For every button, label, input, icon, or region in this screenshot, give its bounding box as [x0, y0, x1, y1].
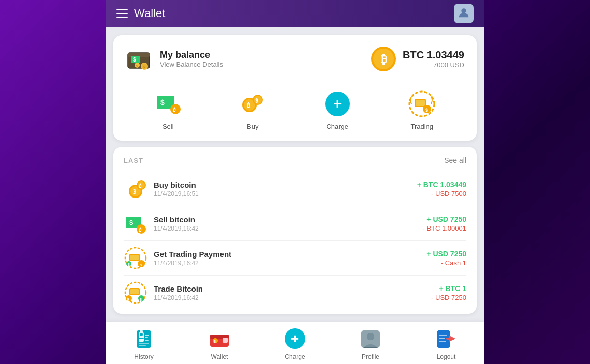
divider [126, 83, 464, 83]
balance-card: $ $ $ My balance View Balance Details [113, 35, 477, 141]
last-label: LAST [124, 157, 143, 164]
actions-row: $ ₿ Sell ₿ [126, 85, 464, 132]
tx-date-sell-bitcoin: 11/4/2019,16:42 [154, 225, 199, 232]
svg-point-51 [126, 295, 132, 301]
svg-text:$: $ [143, 65, 145, 69]
view-details-link[interactable]: View Balance Details [160, 60, 223, 68]
nav-item-charge[interactable]: + Charge [277, 327, 313, 360]
tx-date-trade-bitcoin: 11/4/2019,16:42 [154, 294, 203, 301]
svg-rect-60 [145, 337, 148, 338]
balance-left: $ $ $ My balance View Balance Details [126, 46, 223, 72]
transaction-trade-bitcoin[interactable]: ₿ $ Trade Bitcoin 11/4/2019,16:42 + BTC … [124, 276, 466, 310]
tx-name-sell-bitcoin: Sell bitcoin [154, 215, 199, 224]
amount-neg-get-trading: - Cash 1 [426, 259, 466, 267]
hamburger-icon[interactable] [116, 9, 128, 18]
charge-nav-label: Charge [285, 353, 305, 360]
svg-text:$: $ [133, 57, 136, 63]
svg-text:₿: ₿ [127, 297, 129, 301]
action-sell[interactable]: $ ₿ Sell [154, 89, 183, 130]
transaction-buy-bitcoin[interactable]: ₿ ₿ Buy bitcoin 11/4/2019,16:51 + BTC 1.… [124, 172, 466, 206]
svg-text:₿: ₿ [133, 189, 136, 195]
tx-amounts-get-trading: + USD 7250 - Cash 1 [426, 250, 466, 267]
svg-point-57 [140, 330, 143, 333]
amount-pos-sell-bitcoin: + USD 7250 [422, 215, 466, 223]
my-balance-label: My balance [160, 50, 223, 60]
buy-icon: ₿ ₿ [238, 89, 267, 118]
svg-text:₿: ₿ [255, 98, 258, 103]
wallet-icon: $ $ $ [126, 46, 153, 72]
wallet-nav-icon: $ [208, 327, 231, 350]
svg-text:$: $ [128, 263, 130, 267]
nav-item-history[interactable]: History [126, 327, 162, 360]
svg-rect-43 [130, 255, 139, 260]
svg-text:$: $ [160, 98, 165, 107]
btc-value: BTC 1.03449 [403, 49, 464, 61]
svg-text:₿: ₿ [381, 53, 387, 66]
amount-neg-trade-bitcoin: - USD 7250 [431, 294, 466, 301]
history-nav-label: History [134, 353, 153, 360]
profile-nav-icon [359, 327, 382, 350]
avatar-button[interactable] [454, 4, 474, 23]
svg-rect-77 [439, 335, 447, 336]
sell-bitcoin-icon: $ ₿ [124, 211, 148, 235]
profile-nav-label: Profile [362, 353, 379, 360]
logout-nav-label: Logout [437, 353, 456, 360]
balance-info: My balance View Balance Details [160, 50, 223, 68]
svg-text:$: $ [425, 108, 428, 113]
action-buy[interactable]: ₿ ₿ Buy [238, 89, 267, 130]
amount-pos-buy-bitcoin: + BTC 1.03449 [417, 180, 466, 189]
buy-label: Buy [247, 123, 258, 130]
tx-name-trade-bitcoin: Trade Bitcoin [154, 284, 203, 293]
action-charge[interactable]: + Charge [323, 89, 352, 130]
transaction-get-trading[interactable]: $ $ Get Trading Payment 11/4/2019,16:42 … [124, 241, 466, 276]
header-title: Wallet [134, 7, 165, 20]
svg-point-1 [461, 8, 466, 13]
charge-nav-icon: + [284, 327, 306, 350]
amount-neg-buy-bitcoin: - USD 7500 [417, 190, 466, 198]
tx-amounts-trade-bitcoin: + BTC 1 - USD 7250 [431, 284, 466, 301]
svg-text:$: $ [140, 263, 142, 267]
main-content: $ $ $ My balance View Balance Details [106, 27, 484, 322]
get-trading-icon: $ $ [124, 246, 148, 270]
tx-info-get-trading: Get Trading Payment 11/4/2019,16:42 [154, 250, 231, 267]
charge-action-label: Charge [326, 123, 348, 130]
svg-text:+: + [291, 331, 299, 346]
nav-item-wallet[interactable]: $ Wallet [201, 327, 238, 360]
sell-icon: $ ₿ [154, 89, 183, 118]
btc-coin-icon: ₿ [371, 46, 396, 72]
see-all-link[interactable]: See all [444, 156, 466, 164]
svg-text:+: + [333, 96, 342, 112]
svg-rect-63 [139, 345, 146, 346]
svg-rect-50 [130, 289, 139, 294]
svg-rect-79 [439, 341, 446, 342]
tx-amounts-buy-bitcoin: + BTC 1.03449 - USD 7500 [417, 180, 466, 198]
amount-pos-get-trading: + USD 7250 [426, 250, 466, 258]
svg-text:$: $ [214, 340, 216, 344]
svg-text:$: $ [129, 219, 134, 226]
svg-point-58 [140, 333, 143, 336]
transactions-card: LAST See all ₿ ₿ [113, 147, 477, 314]
bottom-nav: History $ Wallet + [106, 322, 484, 364]
buy-bitcoin-icon: ₿ ₿ [124, 177, 148, 201]
svg-rect-62 [139, 343, 149, 344]
tx-left-trade: ₿ $ Trade Bitcoin 11/4/2019,16:42 [124, 281, 203, 305]
tx-info-trade-bitcoin: Trade Bitcoin 11/4/2019,16:42 [154, 284, 203, 301]
app-container: Wallet [106, 0, 484, 364]
balance-right: ₿ BTC 1.03449 7000 USD [371, 46, 464, 72]
transaction-sell-bitcoin[interactable]: $ ₿ Sell bitcoin 11/4/2019,16:42 + USD 7… [124, 206, 466, 241]
nav-item-profile[interactable]: Profile [352, 327, 389, 360]
svg-rect-28 [416, 100, 425, 106]
nav-item-logout[interactable]: Logout [428, 327, 464, 360]
svg-rect-78 [439, 338, 445, 339]
trading-label: Trading [410, 123, 433, 130]
header-left: Wallet [116, 7, 165, 20]
btc-amount: BTC 1.03449 7000 USD [403, 49, 464, 69]
tx-date-buy-bitcoin: 11/4/2019,16:51 [154, 190, 199, 198]
charge-icon: + [323, 89, 352, 118]
tx-info-sell-bitcoin: Sell bitcoin 11/4/2019,16:42 [154, 215, 199, 232]
history-nav-icon [132, 327, 155, 350]
usd-value: 7000 USD [403, 61, 464, 69]
avatar-icon [456, 5, 471, 22]
tx-name-get-trading: Get Trading Payment [154, 250, 231, 259]
action-trading[interactable]: $ Trading [407, 89, 436, 130]
